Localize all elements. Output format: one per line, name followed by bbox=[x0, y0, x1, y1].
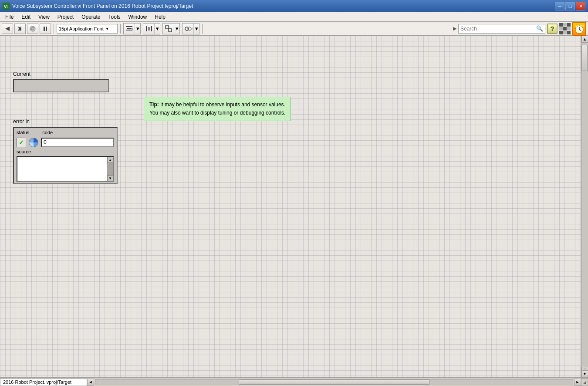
source-scroll-down[interactable]: ▼ bbox=[107, 175, 113, 181]
search-input[interactable] bbox=[460, 26, 534, 32]
grid-cell-1 bbox=[559, 23, 563, 27]
menu-file[interactable]: File bbox=[2, 13, 17, 21]
code-value[interactable]: 0 bbox=[41, 138, 114, 147]
resize-dropdown[interactable]: ▾ bbox=[174, 24, 179, 34]
menu-bar: File Edit View Project Operate Tools Win… bbox=[0, 12, 588, 22]
svg-marker-11 bbox=[132, 27, 133, 30]
source-scroll-track bbox=[107, 163, 113, 175]
menu-window[interactable]: Window bbox=[125, 13, 151, 21]
menu-help[interactable]: Help bbox=[151, 13, 169, 21]
font-dropdown-arrow: ▼ bbox=[105, 27, 109, 31]
svg-marker-2 bbox=[5, 27, 10, 31]
toolbar: 15pt Application Font ▼ ▾ ▾ bbox=[0, 22, 588, 36]
separator-2 bbox=[120, 24, 121, 34]
svg-rect-15 bbox=[166, 26, 169, 29]
tip-content: It may be helpful to observe inputs and … bbox=[149, 102, 285, 116]
h-scroll-left[interactable]: ◄ bbox=[87, 379, 94, 386]
tip-box: Tip: It may be helpful to observe inputs… bbox=[144, 97, 291, 121]
code-header: code bbox=[42, 130, 53, 135]
status-resize-corner: ◢ bbox=[581, 378, 588, 386]
search-box[interactable]: 🔍 bbox=[458, 24, 545, 34]
ni-grid-button[interactable] bbox=[559, 23, 571, 34]
h-scroll-thumb[interactable] bbox=[239, 379, 429, 385]
status-bar: 2016 Robot Project.lvproj/Target ◄ ► ◢ bbox=[0, 377, 588, 386]
horizontal-scrollbar: ◄ ► bbox=[87, 378, 581, 386]
scroll-track bbox=[581, 43, 588, 367]
reorder-group: ▾ bbox=[182, 23, 199, 34]
svg-rect-14 bbox=[148, 27, 150, 30]
separator-1 bbox=[54, 24, 54, 34]
menu-tools[interactable]: Tools bbox=[105, 13, 124, 21]
h-scroll-track bbox=[95, 379, 573, 385]
distribute-group: ▾ bbox=[143, 23, 160, 34]
grid-cell-6 bbox=[567, 27, 571, 30]
title-bar-left: VI Voice Subsystem Controller.vi Front P… bbox=[3, 3, 193, 10]
menu-operate[interactable]: Operate bbox=[78, 13, 104, 21]
scroll-up-button[interactable]: ▲ bbox=[581, 36, 588, 43]
pause-button[interactable] bbox=[40, 24, 51, 34]
back-button[interactable] bbox=[2, 24, 13, 34]
project-path: 2016 Robot Project.lvproj/Target bbox=[0, 378, 87, 386]
close-button[interactable]: ✕ bbox=[576, 2, 585, 10]
help-button[interactable]: ? bbox=[547, 24, 558, 34]
toolbar-right: ▶ 🔍 ? bbox=[453, 22, 586, 36]
vertical-scrollbar: ▲ ≡ ▼ bbox=[581, 36, 588, 377]
voice-button[interactable]: Voice bbox=[572, 22, 586, 36]
svg-rect-8 bbox=[126, 26, 132, 27]
scroll-resize-grip: ≡ bbox=[581, 367, 588, 370]
menu-view[interactable]: View bbox=[35, 13, 53, 21]
scroll-down-button[interactable]: ▼ bbox=[581, 370, 588, 377]
status-check-icon[interactable]: ✓ bbox=[17, 138, 26, 147]
menu-project[interactable]: Project bbox=[54, 13, 77, 21]
canvas[interactable]: Current Cmd error in status code ✓ 0 sou… bbox=[0, 36, 581, 377]
current-cmd-input[interactable] bbox=[13, 79, 109, 92]
grid-cell-8 bbox=[563, 31, 567, 34]
resize-button[interactable] bbox=[163, 24, 174, 34]
h-scroll-right[interactable]: ► bbox=[574, 379, 581, 386]
reorder-button[interactable] bbox=[182, 24, 194, 34]
app-icon: VI bbox=[3, 3, 10, 10]
separator-3 bbox=[202, 24, 203, 34]
svg-rect-6 bbox=[44, 27, 45, 31]
resize-corner-icon: ◢ bbox=[583, 380, 586, 384]
align-button[interactable] bbox=[124, 24, 135, 34]
grid-cell-3 bbox=[567, 23, 571, 27]
grid-cell-2 bbox=[563, 23, 567, 27]
svg-point-19 bbox=[188, 27, 191, 30]
reorder-dropdown[interactable]: ▾ bbox=[194, 24, 199, 34]
checkmark-icon: ✓ bbox=[19, 139, 24, 146]
status-header: status bbox=[17, 130, 29, 135]
minimize-button[interactable]: ─ bbox=[555, 2, 564, 10]
grid-cell-7 bbox=[559, 31, 563, 34]
search-arrow-icon: ▶ bbox=[453, 26, 456, 31]
error-status-row: ✓ 0 bbox=[14, 137, 117, 148]
source-scroll-up[interactable]: ▲ bbox=[107, 157, 113, 163]
resize-group: ▾ bbox=[162, 23, 180, 34]
window-controls: ─ □ ✕ bbox=[555, 2, 585, 10]
source-scrollbar: ▲ ▼ bbox=[107, 157, 113, 181]
code-ring-icon bbox=[29, 138, 38, 147]
maximize-button[interactable]: □ bbox=[565, 2, 575, 10]
source-input[interactable]: ▲ ▼ bbox=[17, 156, 114, 182]
stop-button[interactable] bbox=[27, 24, 38, 34]
svg-rect-12 bbox=[146, 26, 147, 31]
svg-marker-20 bbox=[192, 27, 193, 30]
font-selector[interactable]: 15pt Application Font ▼ bbox=[57, 24, 118, 34]
distribute-button[interactable] bbox=[143, 24, 155, 34]
svg-rect-13 bbox=[151, 26, 152, 31]
tip-label: Tip: bbox=[149, 102, 159, 108]
title-bar: VI Voice Subsystem Controller.vi Front P… bbox=[0, 0, 588, 12]
source-label: source bbox=[14, 148, 117, 155]
error-cluster: status code ✓ 0 source ▲ ▼ bbox=[13, 127, 118, 184]
svg-rect-9 bbox=[127, 28, 132, 29]
grid-cell-9 bbox=[567, 31, 571, 34]
error-header: status code bbox=[14, 128, 117, 137]
menu-edit[interactable]: Edit bbox=[18, 13, 34, 21]
forward-button[interactable] bbox=[14, 24, 26, 34]
distribute-dropdown[interactable]: ▾ bbox=[155, 24, 160, 34]
grid-cell-4 bbox=[559, 27, 563, 30]
error-in-label: error in bbox=[13, 119, 30, 125]
window-title: Voice Subsystem Controller.vi Front Pane… bbox=[12, 3, 193, 9]
scroll-thumb[interactable] bbox=[581, 45, 588, 71]
align-dropdown[interactable]: ▾ bbox=[135, 24, 140, 34]
